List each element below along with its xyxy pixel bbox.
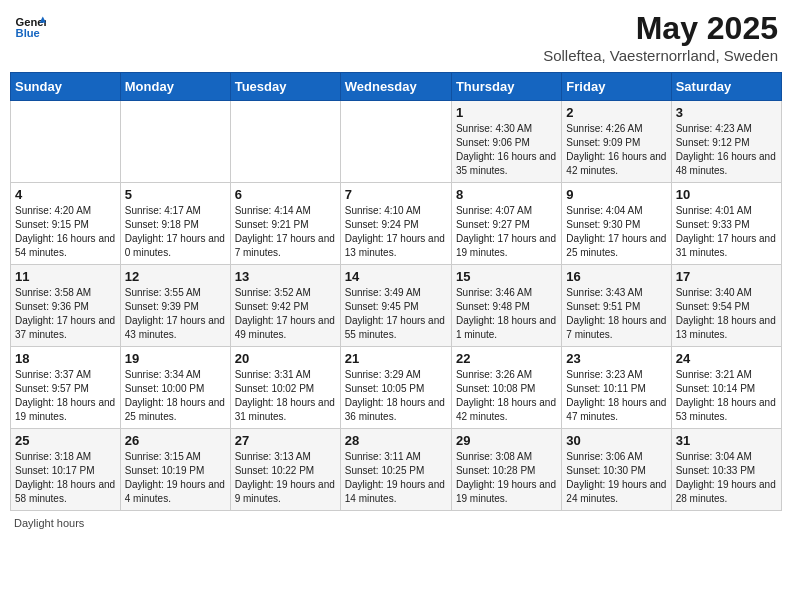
day-number: 29 [456, 433, 557, 448]
day-cell: 7Sunrise: 4:10 AM Sunset: 9:24 PM Daylig… [340, 183, 451, 265]
col-header-saturday: Saturday [671, 73, 781, 101]
day-info: Sunrise: 3:49 AM Sunset: 9:45 PM Dayligh… [345, 286, 447, 342]
day-number: 17 [676, 269, 777, 284]
logo-icon: General Blue [14, 10, 46, 42]
day-number: 3 [676, 105, 777, 120]
day-cell: 22Sunrise: 3:26 AM Sunset: 10:08 PM Dayl… [451, 347, 561, 429]
day-cell: 23Sunrise: 3:23 AM Sunset: 10:11 PM Dayl… [562, 347, 671, 429]
day-cell: 24Sunrise: 3:21 AM Sunset: 10:14 PM Dayl… [671, 347, 781, 429]
day-cell: 18Sunrise: 3:37 AM Sunset: 9:57 PM Dayli… [11, 347, 121, 429]
day-info: Sunrise: 3:34 AM Sunset: 10:00 PM Daylig… [125, 368, 226, 424]
day-info: Sunrise: 4:01 AM Sunset: 9:33 PM Dayligh… [676, 204, 777, 260]
col-header-monday: Monday [120, 73, 230, 101]
day-info: Sunrise: 4:20 AM Sunset: 9:15 PM Dayligh… [15, 204, 116, 260]
day-number: 22 [456, 351, 557, 366]
day-number: 2 [566, 105, 666, 120]
day-number: 27 [235, 433, 336, 448]
day-cell: 15Sunrise: 3:46 AM Sunset: 9:48 PM Dayli… [451, 265, 561, 347]
day-cell [120, 101, 230, 183]
day-number: 9 [566, 187, 666, 202]
logo: General Blue [14, 10, 46, 42]
day-cell: 3Sunrise: 4:23 AM Sunset: 9:12 PM Daylig… [671, 101, 781, 183]
week-row-2: 4Sunrise: 4:20 AM Sunset: 9:15 PM Daylig… [11, 183, 782, 265]
day-number: 23 [566, 351, 666, 366]
day-cell: 1Sunrise: 4:30 AM Sunset: 9:06 PM Daylig… [451, 101, 561, 183]
day-info: Sunrise: 3:23 AM Sunset: 10:11 PM Daylig… [566, 368, 666, 424]
day-cell: 14Sunrise: 3:49 AM Sunset: 9:45 PM Dayli… [340, 265, 451, 347]
day-info: Sunrise: 3:11 AM Sunset: 10:25 PM Daylig… [345, 450, 447, 506]
week-row-3: 11Sunrise: 3:58 AM Sunset: 9:36 PM Dayli… [11, 265, 782, 347]
day-info: Sunrise: 3:46 AM Sunset: 9:48 PM Dayligh… [456, 286, 557, 342]
day-number: 8 [456, 187, 557, 202]
day-number: 14 [345, 269, 447, 284]
day-number: 10 [676, 187, 777, 202]
day-info: Sunrise: 3:18 AM Sunset: 10:17 PM Daylig… [15, 450, 116, 506]
day-cell: 25Sunrise: 3:18 AM Sunset: 10:17 PM Dayl… [11, 429, 121, 511]
day-cell [340, 101, 451, 183]
day-number: 11 [15, 269, 116, 284]
day-info: Sunrise: 3:15 AM Sunset: 10:19 PM Daylig… [125, 450, 226, 506]
day-number: 16 [566, 269, 666, 284]
day-number: 19 [125, 351, 226, 366]
main-title: May 2025 [543, 10, 778, 47]
day-number: 13 [235, 269, 336, 284]
day-cell: 20Sunrise: 3:31 AM Sunset: 10:02 PM Dayl… [230, 347, 340, 429]
day-info: Sunrise: 3:55 AM Sunset: 9:39 PM Dayligh… [125, 286, 226, 342]
day-cell: 21Sunrise: 3:29 AM Sunset: 10:05 PM Dayl… [340, 347, 451, 429]
day-info: Sunrise: 3:29 AM Sunset: 10:05 PM Daylig… [345, 368, 447, 424]
day-cell [230, 101, 340, 183]
day-info: Sunrise: 3:31 AM Sunset: 10:02 PM Daylig… [235, 368, 336, 424]
day-info: Sunrise: 3:58 AM Sunset: 9:36 PM Dayligh… [15, 286, 116, 342]
day-number: 15 [456, 269, 557, 284]
day-info: Sunrise: 4:23 AM Sunset: 9:12 PM Dayligh… [676, 122, 777, 178]
day-number: 4 [15, 187, 116, 202]
day-cell: 6Sunrise: 4:14 AM Sunset: 9:21 PM Daylig… [230, 183, 340, 265]
calendar-body: 1Sunrise: 4:30 AM Sunset: 9:06 PM Daylig… [11, 101, 782, 511]
week-row-4: 18Sunrise: 3:37 AM Sunset: 9:57 PM Dayli… [11, 347, 782, 429]
day-cell: 16Sunrise: 3:43 AM Sunset: 9:51 PM Dayli… [562, 265, 671, 347]
day-number: 28 [345, 433, 447, 448]
day-cell: 8Sunrise: 4:07 AM Sunset: 9:27 PM Daylig… [451, 183, 561, 265]
day-info: Sunrise: 3:13 AM Sunset: 10:22 PM Daylig… [235, 450, 336, 506]
day-cell: 31Sunrise: 3:04 AM Sunset: 10:33 PM Dayl… [671, 429, 781, 511]
day-info: Sunrise: 3:37 AM Sunset: 9:57 PM Dayligh… [15, 368, 116, 424]
day-cell: 17Sunrise: 3:40 AM Sunset: 9:54 PM Dayli… [671, 265, 781, 347]
day-info: Sunrise: 4:26 AM Sunset: 9:09 PM Dayligh… [566, 122, 666, 178]
day-number: 26 [125, 433, 226, 448]
day-cell: 12Sunrise: 3:55 AM Sunset: 9:39 PM Dayli… [120, 265, 230, 347]
day-info: Sunrise: 4:14 AM Sunset: 9:21 PM Dayligh… [235, 204, 336, 260]
day-cell: 4Sunrise: 4:20 AM Sunset: 9:15 PM Daylig… [11, 183, 121, 265]
day-info: Sunrise: 3:21 AM Sunset: 10:14 PM Daylig… [676, 368, 777, 424]
day-number: 12 [125, 269, 226, 284]
day-cell: 29Sunrise: 3:08 AM Sunset: 10:28 PM Dayl… [451, 429, 561, 511]
calendar-header: SundayMondayTuesdayWednesdayThursdayFrid… [11, 73, 782, 101]
day-info: Sunrise: 4:10 AM Sunset: 9:24 PM Dayligh… [345, 204, 447, 260]
week-row-5: 25Sunrise: 3:18 AM Sunset: 10:17 PM Dayl… [11, 429, 782, 511]
col-header-wednesday: Wednesday [340, 73, 451, 101]
day-number: 18 [15, 351, 116, 366]
col-header-friday: Friday [562, 73, 671, 101]
day-info: Sunrise: 4:17 AM Sunset: 9:18 PM Dayligh… [125, 204, 226, 260]
day-number: 21 [345, 351, 447, 366]
day-cell: 26Sunrise: 3:15 AM Sunset: 10:19 PM Dayl… [120, 429, 230, 511]
day-number: 24 [676, 351, 777, 366]
day-info: Sunrise: 4:07 AM Sunset: 9:27 PM Dayligh… [456, 204, 557, 260]
day-number: 5 [125, 187, 226, 202]
day-number: 6 [235, 187, 336, 202]
day-info: Sunrise: 3:40 AM Sunset: 9:54 PM Dayligh… [676, 286, 777, 342]
day-number: 7 [345, 187, 447, 202]
day-cell: 10Sunrise: 4:01 AM Sunset: 9:33 PM Dayli… [671, 183, 781, 265]
day-info: Sunrise: 3:06 AM Sunset: 10:30 PM Daylig… [566, 450, 666, 506]
day-cell: 5Sunrise: 4:17 AM Sunset: 9:18 PM Daylig… [120, 183, 230, 265]
svg-text:Blue: Blue [16, 27, 40, 39]
day-cell: 30Sunrise: 3:06 AM Sunset: 10:30 PM Dayl… [562, 429, 671, 511]
daylight-label: Daylight hours [14, 517, 84, 529]
week-row-1: 1Sunrise: 4:30 AM Sunset: 9:06 PM Daylig… [11, 101, 782, 183]
day-number: 30 [566, 433, 666, 448]
day-number: 25 [15, 433, 116, 448]
col-header-thursday: Thursday [451, 73, 561, 101]
day-cell: 9Sunrise: 4:04 AM Sunset: 9:30 PM Daylig… [562, 183, 671, 265]
day-cell: 2Sunrise: 4:26 AM Sunset: 9:09 PM Daylig… [562, 101, 671, 183]
day-number: 1 [456, 105, 557, 120]
day-info: Sunrise: 4:04 AM Sunset: 9:30 PM Dayligh… [566, 204, 666, 260]
